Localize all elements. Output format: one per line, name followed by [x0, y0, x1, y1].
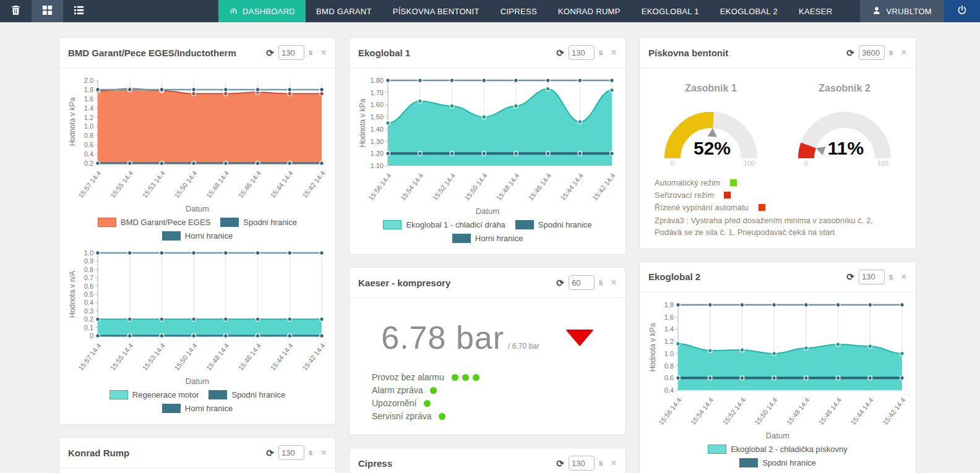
nav-item-label: KAESER [799, 7, 833, 16]
mode-label: Automatický režim [655, 178, 720, 187]
legend-item[interactable]: Ekoglobal 1 - chladicí dráha [383, 220, 505, 229]
svg-text:1.4: 1.4 [84, 104, 93, 112]
ekoglobal1-legend: DatumEkoglobal 1 - chladicí dráhaSpodni … [364, 207, 611, 243]
svg-text:52%: 52% [694, 138, 731, 158]
nav-item-bmd-garant[interactable]: BMD GARANT [306, 0, 382, 22]
nav-item-p-skovna-bentonit[interactable]: PÍSKOVNA BENTONIT [382, 0, 490, 22]
status-row: Provoz bez alarmu [372, 372, 618, 382]
nav-item-ekoglobal-1[interactable]: EKOGLOBAL 1 [631, 0, 710, 22]
status-label: Provoz bez alarmu [372, 372, 444, 382]
status-label: Alarm zpráva [372, 385, 423, 395]
svg-text:0.6: 0.6 [84, 141, 93, 148]
legend-item[interactable]: Ekoglobal 2 - chladička pískovny [708, 445, 848, 454]
legend-item[interactable]: Horni hranice [452, 234, 523, 243]
panel-konrad-rump: Konrad Rump ⟳ s ✕ [59, 437, 336, 473]
svg-text:100: 100 [877, 160, 888, 167]
username: VRUBLTOM [887, 7, 932, 16]
svg-text:15:52 14.4: 15:52 14.4 [431, 172, 457, 202]
svg-text:15:50 14.4: 15:50 14.4 [753, 396, 778, 426]
svg-text:0.3: 0.3 [84, 307, 93, 315]
svg-text:1.6: 1.6 [664, 313, 674, 320]
nav-item-label: DASHBOARD [243, 7, 295, 16]
refresh-interval-input[interactable] [278, 45, 304, 60]
mode-row: Řízené vypínání automatu [655, 203, 908, 212]
legend-item[interactable]: Spodni hranice [208, 390, 285, 399]
zasobnik-2-gauge-block: Zasobnik 2 11%0100 [783, 78, 906, 169]
panel-ekoglobal-1: Ekoglobal 1 ⟳ s ✕ 1.101.201.301.401.501.… [349, 37, 626, 255]
zasobnik-1-gauge: 52%0100 [649, 98, 773, 167]
legend-item[interactable]: Spodni hranice [739, 458, 816, 467]
trash-button[interactable] [0, 0, 32, 22]
svg-text:15:48 14.4: 15:48 14.4 [205, 169, 230, 199]
nav-item-ekoglobal-2[interactable]: EKOGLOBAL 2 [710, 0, 788, 22]
svg-text:0.4: 0.4 [664, 386, 674, 394]
status-indicator-dot [473, 374, 479, 381]
dashboard-icon [229, 7, 238, 16]
close-icon[interactable]: ✕ [320, 48, 327, 57]
refresh-interval-input[interactable] [859, 45, 885, 60]
svg-text:15:50 14.4: 15:50 14.4 [463, 172, 488, 202]
svg-text:1.40: 1.40 [371, 126, 384, 133]
close-icon[interactable]: ✕ [611, 459, 617, 467]
nav-item-label: EKOGLOBAL 1 [642, 7, 699, 16]
close-icon[interactable]: ✕ [611, 48, 617, 57]
close-icon[interactable]: ✕ [611, 278, 617, 287]
mode-indicator-square [759, 204, 765, 211]
legend-item[interactable]: Horni hranice [162, 404, 233, 413]
svg-text:15:50 14.4: 15:50 14.4 [173, 342, 198, 372]
svg-text:1.4: 1.4 [664, 325, 674, 333]
svg-text:1.2: 1.2 [664, 338, 674, 345]
refresh-interval-input[interactable] [859, 270, 885, 284]
nav-item-kaeser[interactable]: KAESER [788, 0, 843, 22]
svg-text:0.8: 0.8 [84, 266, 93, 273]
list-view-button[interactable] [63, 0, 95, 22]
nav-item-cipress[interactable]: CIPRESS [490, 0, 548, 22]
refresh-icon[interactable]: ⟳ [556, 278, 564, 288]
list-icon [73, 4, 85, 19]
legend-item[interactable]: Horni hranice [162, 231, 233, 241]
refresh-interval-input[interactable] [569, 456, 595, 471]
refresh-icon[interactable]: ⟳ [846, 272, 854, 281]
status-indicator-dot [439, 413, 445, 420]
interval-unit: s [889, 48, 893, 57]
refresh-icon[interactable]: ⟳ [266, 48, 274, 58]
svg-text:15:44 14.4: 15:44 14.4 [269, 342, 294, 372]
svg-text:0: 0 [804, 160, 808, 167]
svg-text:1.80: 1.80 [371, 77, 384, 84]
refresh-interval-input[interactable] [278, 445, 304, 460]
refresh-interval-input[interactable] [569, 45, 595, 60]
legend-swatch [110, 390, 128, 399]
refresh-icon[interactable]: ⟳ [556, 459, 564, 468]
user-icon [872, 6, 881, 17]
legend-item[interactable]: Regenerace motor [110, 390, 199, 399]
logout-button[interactable] [944, 0, 980, 22]
nav-item-konrad-rump[interactable]: KONRAD RUMP [548, 0, 631, 22]
nav-item-dashboard[interactable]: DASHBOARD [218, 0, 306, 22]
close-icon[interactable]: ✕ [320, 448, 327, 457]
refresh-icon[interactable]: ⟳ [266, 448, 274, 458]
legend-swatch [162, 231, 181, 241]
nav-item-label: KONRAD RUMP [558, 7, 621, 16]
mode-label: Seřizovací režim [655, 190, 714, 200]
legend-item[interactable]: Spodni hranice [220, 218, 297, 227]
refresh-interval-input[interactable] [569, 275, 595, 290]
close-icon[interactable]: ✕ [901, 273, 907, 281]
legend-item[interactable]: BMD Garant/Pece EGES [98, 218, 210, 227]
svg-text:15:56 14.4: 15:56 14.4 [367, 172, 392, 202]
svg-text:15:44 14.4: 15:44 14.4 [559, 172, 584, 202]
svg-text:0.8: 0.8 [664, 362, 674, 369]
user-menu[interactable]: VRUBLTOM [860, 0, 944, 22]
svg-text:0.2: 0.2 [84, 315, 93, 323]
legend-item[interactable]: Spodni hranice [515, 220, 592, 229]
nav-item-label: CIPRESS [501, 7, 537, 16]
svg-text:1.70: 1.70 [371, 89, 384, 96]
close-icon[interactable]: ✕ [901, 48, 907, 57]
refresh-icon[interactable]: ⟳ [556, 48, 564, 58]
refresh-icon[interactable]: ⟳ [846, 48, 854, 58]
svg-text:0: 0 [671, 160, 674, 167]
gauge-title: Zasobnik 1 [649, 83, 773, 94]
dashboard-grid: BMD Garant/Pece EGES/Inductotherm ⟳ s ✕ … [59, 22, 980, 473]
svg-text:1.60: 1.60 [371, 101, 384, 108]
svg-text:1.0: 1.0 [664, 350, 674, 357]
grid-view-button[interactable] [32, 0, 63, 22]
